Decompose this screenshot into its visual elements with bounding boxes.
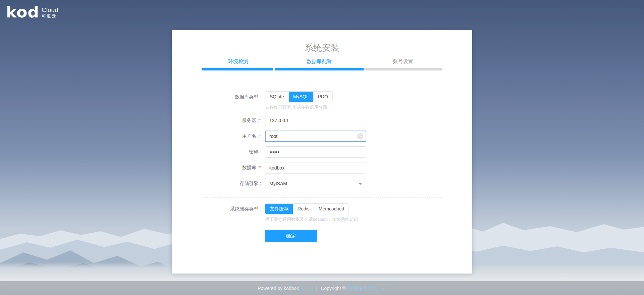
database-name-input[interactable] — [265, 162, 366, 174]
clear-input-icon[interactable]: × — [357, 133, 363, 139]
install-progress-bar — [202, 68, 442, 70]
progress-segment-step2 — [275, 68, 364, 70]
footer-period: . — [376, 286, 378, 291]
cache-memcached-button[interactable]: Memcached — [314, 204, 348, 214]
db-type-mysql-button[interactable]: MySQL — [289, 92, 314, 102]
copyright-text: Copyright © — [321, 286, 345, 291]
db-type-sqlite-button[interactable]: SQLite — [265, 92, 289, 102]
username-required-mark: * — [259, 133, 261, 139]
tab-environment-check[interactable]: 环境检测 — [202, 57, 275, 65]
username-row: 用户名 :* × — [202, 131, 442, 142]
cache-type-helper-text: 用于缓存通用数据及会话session，加快系统访问 — [265, 216, 386, 223]
username-label: 用户名 : — [242, 133, 259, 139]
db-type-helper-text: 支持集群部署,主从多数据库分离. — [265, 104, 366, 110]
cache-type-row: 系统缓存类型 : 文件缓存 Redis Memcached 用于缓存通用数据及会… — [202, 203, 442, 223]
progress-segment-step1 — [202, 68, 273, 70]
footer-separator: | — [316, 286, 318, 291]
storage-engine-row: 存储引擎 : MyISAM — [202, 178, 442, 189]
kodcloud-logo: kod Cloud 可道云 — [6, 5, 58, 19]
confirm-button[interactable]: 确定 — [265, 230, 317, 242]
cache-type-button-group: 文件缓存 Redis Memcached — [265, 203, 349, 214]
storage-engine-value: MyISAM — [269, 181, 287, 186]
password-row: 密码 : — [202, 146, 442, 158]
db-type-button-group: SQLite MySQL PDO — [265, 91, 333, 102]
chevron-down-icon — [359, 183, 362, 185]
password-input[interactable] — [265, 146, 366, 158]
kodcloud-link[interactable]: kodcloud.com — [347, 286, 376, 291]
logo-kod-text: kod — [6, 5, 39, 19]
install-card: 系统安装 环境检测 数据库配置 账号设置 数据库类型 : SQLite MySQ… — [172, 30, 472, 274]
cache-file-button[interactable]: 文件缓存 — [265, 204, 293, 214]
server-input[interactable] — [265, 115, 366, 126]
version-text: V1.23 — [301, 286, 313, 291]
tab-database-config[interactable]: 数据库配置 — [275, 57, 364, 65]
info-icon[interactable]: i — [381, 286, 386, 291]
server-required-mark: * — [259, 117, 261, 123]
db-type-label: 数据库类型 : — [202, 91, 261, 110]
logo-chinese-text: 可道云 — [42, 14, 58, 18]
section-divider — [202, 228, 442, 228]
storage-engine-label: 存储引擎 : — [239, 181, 261, 186]
db-type-row: 数据库类型 : SQLite MySQL PDO 支持集群部署,主从多数据库分离… — [202, 91, 442, 110]
database-name-row: 数据库 :* — [202, 162, 442, 174]
powered-by-text: Powered by kodbox — [258, 286, 299, 291]
cache-redis-button[interactable]: Redis — [293, 204, 314, 214]
username-input[interactable] — [265, 131, 366, 142]
section-divider — [202, 197, 442, 198]
page-footer: Powered by kodbox V1.23 | Copyright © ko… — [0, 281, 644, 295]
tab-account-setup[interactable]: 账号设置 — [364, 57, 442, 65]
server-row: 服务器 :* — [202, 115, 442, 126]
storage-engine-select[interactable]: MyISAM — [265, 178, 366, 189]
server-label: 服务器 : — [242, 117, 259, 123]
progress-segment-step3 — [364, 68, 442, 70]
install-steps-tabs: 环境检测 数据库配置 账号设置 — [202, 57, 442, 65]
page-title: 系统安装 — [202, 41, 442, 54]
database-config-form: 数据库类型 : SQLite MySQL PDO 支持集群部署,主从多数据库分离… — [202, 91, 442, 242]
cache-type-label: 系统缓存类型 : — [202, 203, 261, 223]
password-label: 密码 : — [249, 149, 261, 154]
logo-cloud-text: Cloud — [42, 7, 58, 14]
database-name-label: 数据库 : — [242, 165, 259, 170]
database-required-mark: * — [259, 165, 261, 170]
db-type-pdo-button[interactable]: PDO — [314, 92, 332, 102]
